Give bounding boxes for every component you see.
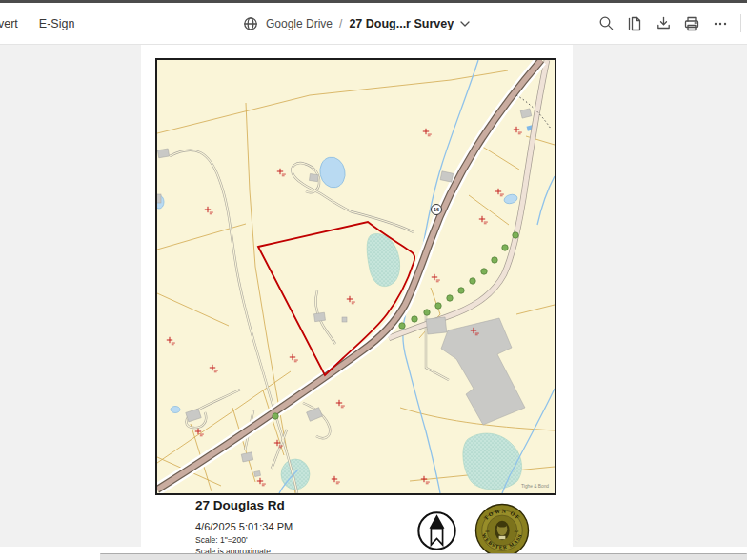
tree-icon — [458, 288, 464, 293]
tree-icon — [273, 413, 278, 419]
document-title[interactable]: 27 Doug...r Survey — [349, 17, 454, 30]
tree-icon — [513, 232, 518, 238]
route-16-shield: 16 — [432, 205, 442, 215]
pages-icon[interactable] — [626, 15, 643, 32]
north-arrow-icon — [416, 510, 457, 551]
tree-icon — [399, 323, 405, 329]
breadcrumb-separator: / — [339, 17, 342, 30]
tree-icon — [502, 245, 508, 250]
svg-text:16: 16 — [434, 207, 439, 212]
tree-icon — [481, 269, 487, 274]
viewer-toolbar: vert E-Sign Google Drive / 27 Doug...r S… — [0, 3, 747, 45]
tree-icon — [447, 295, 453, 301]
globe-icon — [242, 15, 259, 32]
pdf-page: 16 Tighe & Bond 27 Douglas Rd 4/6/2025 5… — [141, 45, 573, 552]
document-viewport: 16 Tighe & Bond 27 Douglas Rd 4/6/2025 5… — [0, 45, 747, 560]
horizontal-scrollbar[interactable] — [100, 553, 747, 560]
tree-icon — [424, 310, 430, 315]
menu-item-convert[interactable]: vert — [0, 17, 18, 30]
tree-icon — [435, 303, 441, 309]
chevron-down-icon[interactable] — [460, 19, 470, 29]
more-options-icon[interactable] — [712, 15, 729, 32]
survey-map: 16 Tighe & Bond — [157, 60, 555, 493]
toolbar-actions — [597, 3, 741, 44]
map-timestamp: 4/6/2025 5:01:34 PM — [195, 521, 293, 532]
download-icon[interactable] — [655, 15, 672, 32]
seal-year-left: 18 — [485, 529, 490, 533]
map-scale: Scale: 1"=200' — [195, 535, 248, 545]
search-icon[interactable] — [597, 15, 615, 32]
tree-icon — [470, 278, 475, 284]
survey-map-frame: 16 Tighe & Bond — [155, 58, 556, 495]
tree-icon — [412, 316, 417, 322]
print-icon[interactable] — [683, 15, 700, 32]
menu-item-esign[interactable]: E-Sign — [39, 17, 75, 30]
breadcrumb-source[interactable]: Google Drive — [266, 17, 333, 30]
seal-year-right: 32 — [515, 529, 519, 533]
toolbar-menu: vert E-Sign — [0, 3, 74, 44]
breadcrumb: Google Drive / 27 Doug...r Survey — [242, 3, 470, 44]
map-credit: Tighe & Bond — [521, 484, 549, 489]
town-seal: TOWN OF WEBSTER MASS 18 32 — [474, 503, 530, 558]
tree-icon — [492, 257, 497, 263]
toolbar-divider — [740, 14, 741, 32]
map-title: 27 Douglas Rd — [195, 498, 285, 512]
